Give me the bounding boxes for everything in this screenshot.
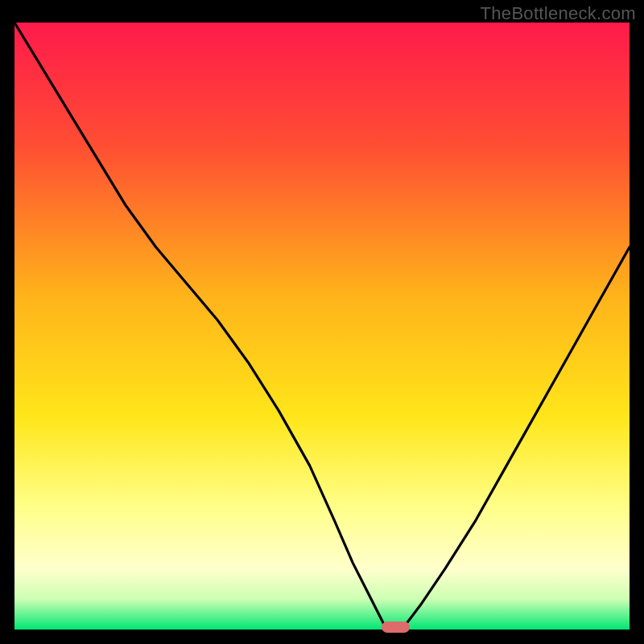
bottleneck-chart (14, 23, 630, 630)
watermark-text: TheBottleneck.com (481, 3, 636, 24)
gradient-background (14, 23, 630, 630)
plot-frame (14, 23, 630, 630)
optimal-point-marker (382, 621, 409, 633)
